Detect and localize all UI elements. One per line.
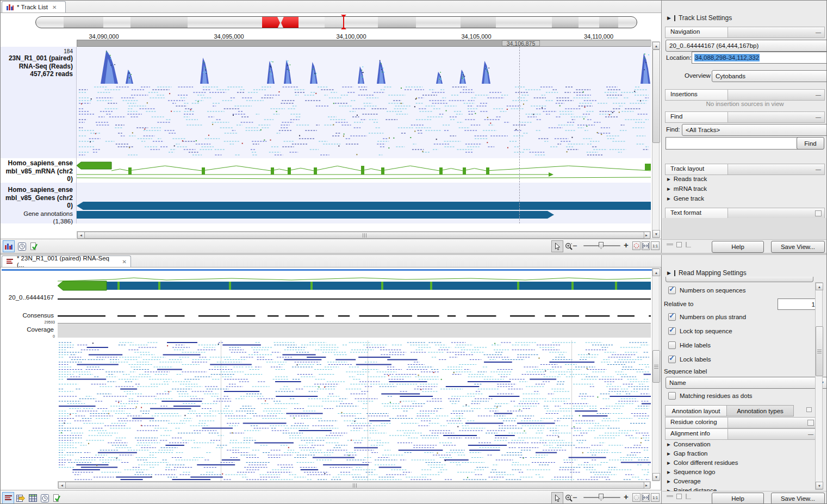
consensus-canvas[interactable] bbox=[58, 314, 651, 319]
overview-dropdown[interactable]: Cytobands ▼ bbox=[712, 70, 827, 82]
tab-read-mapping[interactable]: * 23N_R1_001 (paired) RNA-Seq (... ✕ bbox=[2, 256, 131, 267]
alignment-info-item-color-different-residues[interactable]: ▶ Color different residues bbox=[667, 459, 738, 466]
zoom-100-button[interactable]: 1:1 bbox=[651, 241, 660, 250]
expand-icon[interactable]: ▶ bbox=[667, 451, 670, 456]
option-lock-top-sequence[interactable]: ✓ Lock top sequence bbox=[668, 327, 732, 335]
panel-icon[interactable] bbox=[807, 420, 814, 426]
zoom-selection-button[interactable] bbox=[632, 493, 641, 502]
zoom-out-icon[interactable]: − bbox=[573, 241, 577, 250]
expand-all-icon[interactable] bbox=[676, 494, 682, 499]
help-button[interactable]: Help bbox=[712, 493, 764, 504]
panel-toggle-icon[interactable]: ▶ bbox=[667, 15, 671, 21]
collapse-all-icon[interactable] bbox=[667, 495, 673, 497]
zoom-in-icon[interactable]: + bbox=[624, 492, 629, 501]
gene-annotation-bar[interactable] bbox=[77, 202, 651, 210]
zoom-slider-thumb[interactable] bbox=[599, 242, 604, 249]
zoom-100-button[interactable]: 1:1 bbox=[651, 493, 660, 502]
scrolled-cut-control[interactable] bbox=[666, 277, 813, 282]
find-input[interactable] bbox=[666, 137, 799, 150]
export-table-button[interactable] bbox=[15, 492, 27, 504]
close-icon[interactable]: ✕ bbox=[52, 4, 57, 10]
dock-panel-icon[interactable] bbox=[686, 494, 691, 499]
tab-annotation-layout[interactable]: Annotation layout bbox=[665, 405, 727, 416]
v-scroll-thumb[interactable] bbox=[652, 350, 660, 383]
mrna-annotations-canvas[interactable] bbox=[77, 158, 651, 183]
find-scope-dropdown[interactable]: <All Tracks> ▼ bbox=[682, 124, 827, 136]
tab-annotation-types[interactable]: Annotation types bbox=[726, 405, 794, 416]
expand-icon[interactable]: ▶ bbox=[667, 196, 670, 201]
track-layout-group-header[interactable]: Track layout — bbox=[665, 164, 825, 175]
panel-icon[interactable] bbox=[806, 407, 812, 412]
find-button[interactable]: Find bbox=[797, 137, 824, 150]
checkbox[interactable]: ✓ bbox=[668, 287, 676, 294]
track-layout-item-mrna[interactable]: ▶ mRNA track bbox=[667, 185, 707, 192]
visible-range-bar[interactable]: 34,106,875 bbox=[77, 40, 651, 47]
reference-sequence-line[interactable] bbox=[58, 298, 651, 300]
gene-track-area[interactable] bbox=[77, 183, 651, 223]
v-scroll-thumb[interactable] bbox=[652, 49, 660, 143]
mrna-track-area[interactable] bbox=[77, 158, 651, 183]
scroll-down-icon[interactable]: ▼ bbox=[816, 482, 823, 489]
history-button[interactable] bbox=[16, 240, 28, 252]
dock-panel-icon[interactable] bbox=[686, 242, 691, 247]
residue-coloring-group-header[interactable]: Residue coloring bbox=[665, 417, 817, 428]
pointer-tool-button[interactable] bbox=[551, 492, 563, 504]
track-list-v-scrollbar[interactable]: ▲ ▼ bbox=[652, 41, 660, 238]
coverage-graph[interactable] bbox=[58, 323, 651, 338]
fit-width-button[interactable] bbox=[642, 493, 650, 502]
tab-track-list[interactable]: * Track List ✕ bbox=[2, 1, 66, 13]
gene-annotation-bar[interactable] bbox=[77, 211, 554, 219]
alignment-info-item-coverage[interactable]: ▶ Coverage bbox=[667, 478, 701, 484]
scroll-up-icon[interactable]: ▲ bbox=[652, 269, 660, 276]
read-mapping-v-scrollbar[interactable]: ▲ ▼ bbox=[652, 268, 660, 481]
alignment-info-item-sequence-logo[interactable]: ▶ Sequence logo bbox=[667, 469, 716, 475]
alignment-info-item-gap-fraction[interactable]: ▶ Gap fraction bbox=[667, 450, 707, 457]
h-scroll-thumb[interactable] bbox=[84, 232, 644, 239]
scroll-down-icon[interactable]: ▼ bbox=[652, 230, 660, 238]
relative-to-input[interactable]: 1 bbox=[778, 298, 818, 310]
expand-icon[interactable]: ▶ bbox=[667, 177, 670, 182]
checkbox[interactable]: ✓ bbox=[668, 313, 676, 321]
collapse-icon[interactable]: — bbox=[816, 30, 821, 35]
read-mapping-h-scrollbar[interactable]: ◄ ► bbox=[58, 481, 651, 488]
panel-toggle-icon[interactable]: ▶ bbox=[667, 270, 671, 276]
element-info-button[interactable] bbox=[28, 240, 40, 252]
checkbox[interactable]: ✓ bbox=[668, 327, 676, 335]
text-format-group-header[interactable]: Text format bbox=[665, 208, 825, 219]
collapse-all-icon[interactable] bbox=[667, 244, 673, 245]
collapse-icon[interactable]: — bbox=[816, 167, 821, 172]
h-scroll-thumb[interactable] bbox=[65, 482, 644, 489]
close-icon[interactable]: ✕ bbox=[122, 259, 127, 265]
collapse-icon[interactable]: — bbox=[816, 115, 821, 120]
element-info-button[interactable] bbox=[51, 492, 63, 504]
mapping-overview-canvas[interactable] bbox=[58, 277, 651, 294]
option-hide-labels[interactable]: ✓ Hide labels bbox=[668, 341, 711, 349]
alignment-view-button[interactable] bbox=[2, 492, 14, 504]
settings-v-scrollbar[interactable]: ▲ ▼ bbox=[815, 282, 823, 490]
option-matching-residues-as-dots[interactable]: ✓ Matching residues as dots bbox=[668, 392, 753, 400]
insertions-group-header[interactable]: Insertions — bbox=[665, 89, 825, 101]
alignment-info-item-conservation[interactable]: ▶ Conservation bbox=[667, 441, 711, 447]
expand-icon[interactable]: ▶ bbox=[667, 470, 670, 475]
option-numbers-on-plus-strand[interactable]: ✓ Numbers on plus strand bbox=[668, 313, 746, 321]
location-input[interactable]: 34,088,298-34,112,332 bbox=[692, 52, 827, 64]
save-view-button[interactable]: Save View... bbox=[771, 493, 825, 504]
fit-width-button[interactable] bbox=[642, 241, 650, 250]
expand-all-icon[interactable] bbox=[676, 242, 682, 247]
help-button[interactable]: Help bbox=[712, 241, 764, 253]
expand-icon[interactable]: ▶ bbox=[667, 479, 670, 484]
navigation-group-header[interactable]: Navigation — bbox=[665, 27, 825, 38]
expand-icon[interactable]: ▶ bbox=[667, 461, 670, 465]
track-list-view-button[interactable] bbox=[3, 240, 15, 252]
scroll-up-icon[interactable]: ▲ bbox=[652, 42, 660, 49]
zoom-slider-thumb[interactable] bbox=[599, 494, 604, 501]
history-button[interactable] bbox=[39, 492, 51, 504]
reads-coverage-canvas[interactable] bbox=[77, 47, 651, 158]
scroll-left-icon[interactable]: ◄ bbox=[77, 232, 85, 239]
sequence-range-dropdown[interactable]: 20_0..64444167 (64,444,167bp) ▼ bbox=[666, 40, 827, 52]
zoom-selection-button[interactable] bbox=[632, 241, 641, 250]
table-view-button[interactable] bbox=[27, 492, 39, 504]
chromosome-ideogram[interactable] bbox=[35, 16, 637, 28]
zoom-in-icon[interactable]: + bbox=[624, 240, 629, 250]
pointer-tool-button[interactable] bbox=[551, 240, 563, 252]
